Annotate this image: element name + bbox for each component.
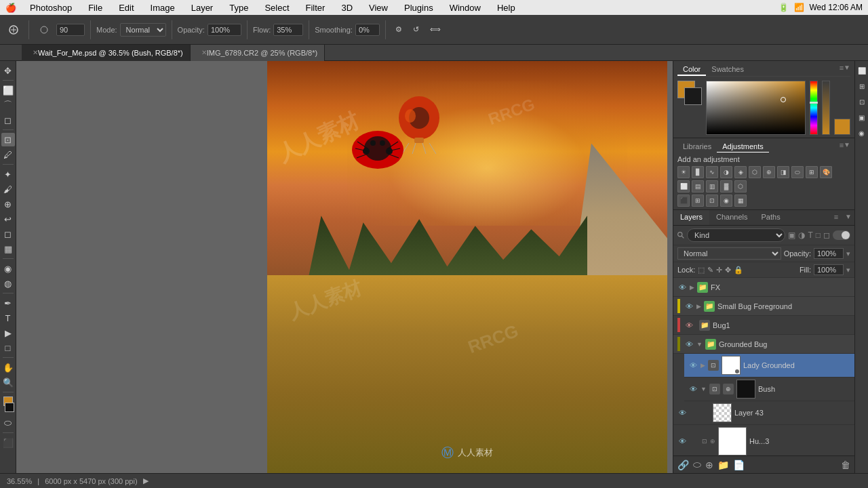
flow-input[interactable]: 35% — [273, 24, 303, 36]
clone-tool[interactable]: ⊕ — [1, 197, 15, 211]
tab-close-img[interactable]: ✕ — [201, 49, 207, 56]
filter-shape-icon[interactable]: □ — [816, 230, 821, 240]
background-color[interactable] — [5, 403, 14, 412]
channel-mixer-icon[interactable]: ⊞ — [806, 166, 818, 178]
menu-plugins[interactable]: Plugins — [401, 3, 436, 13]
menu-edit[interactable]: Edit — [116, 3, 136, 13]
opacity-input[interactable]: 100% — [208, 24, 241, 36]
brush-preset[interactable] — [35, 23, 54, 37]
layer-expand-bush[interactable]: ▼ — [701, 386, 707, 392]
object-select-tool[interactable]: ◻ — [1, 113, 15, 127]
current-color-box[interactable] — [834, 119, 850, 135]
menu-help[interactable]: Help — [494, 3, 518, 13]
black-white-icon[interactable]: ◨ — [777, 166, 789, 178]
delete-layer-button[interactable]: 🗑 — [841, 460, 850, 470]
zoom-tool[interactable]: 🔍 — [1, 375, 15, 389]
smoothing-input[interactable]: 0% — [355, 24, 380, 36]
pen-tool[interactable]: ✒ — [1, 296, 15, 310]
selective-color-icon[interactable]: ⬡ — [734, 180, 747, 192]
menu-filter[interactable]: Filter — [303, 3, 328, 13]
layer-expand-sbf[interactable]: ▶ — [696, 303, 701, 310]
lock-artboard-icon[interactable]: ✛ — [716, 266, 722, 274]
alpha-bar[interactable] — [822, 81, 830, 135]
eraser-tool[interactable]: ◻ — [1, 227, 15, 241]
add-group-button[interactable]: 🔗 — [677, 460, 689, 470]
crop-tool[interactable]: ⊡ — [1, 133, 15, 146]
fill-input[interactable] — [814, 264, 844, 275]
filter-smart-icon[interactable]: ◻ — [823, 230, 830, 240]
layer-small-bug-fg[interactable]: 👁 ▶ 📁 Small Bug Foreground — [673, 297, 854, 316]
gradient-map-icon[interactable]: ▓ — [720, 180, 732, 192]
posterize-icon[interactable]: ▤ — [692, 180, 704, 192]
marquee-tool[interactable]: ⬜ — [1, 83, 15, 97]
add-adjustment-button[interactable]: ⊕ — [705, 460, 713, 470]
brightness-contrast-icon[interactable]: ☀ — [677, 166, 690, 178]
filter-pixel-icon[interactable]: ▣ — [788, 230, 795, 240]
color-gradient-picker[interactable] — [706, 81, 806, 135]
menu-window[interactable]: Window — [447, 3, 484, 13]
layer-filter-select[interactable]: Kind Name Effect — [687, 228, 785, 242]
lasso-tool[interactable]: ⌒ — [1, 98, 15, 112]
layer-eye-fx[interactable]: 👁 — [677, 283, 687, 292]
layer-expand-gb[interactable]: ▼ — [696, 341, 703, 348]
menu-type[interactable]: Type — [226, 3, 251, 13]
curves-icon[interactable]: ∿ — [706, 166, 718, 178]
brush-settings-icon[interactable]: ⚙ — [391, 24, 406, 35]
layer-filter-toggle[interactable] — [833, 230, 850, 240]
quick-mask-tool[interactable]: ⬭ — [1, 416, 15, 430]
levels-icon[interactable]: ▊ — [692, 166, 704, 178]
swatches-tab[interactable]: Swatches — [706, 64, 749, 76]
path-select-tool[interactable]: ▶ — [1, 326, 15, 340]
layer-expand-lg[interactable]: ▶ — [701, 362, 705, 369]
canvas-image[interactable]: 人人素材 人人素材 RRCG RRCG Ⓜ 人人素材 — [267, 61, 667, 473]
layer-expand-fx[interactable]: ▶ — [690, 284, 694, 291]
mode-select[interactable]: Normal Multiply Screen — [120, 23, 166, 37]
menu-photoshop[interactable]: Photoshop — [27, 3, 75, 13]
menu-view[interactable]: View — [366, 3, 391, 13]
hue-sat-icon[interactable]: ⬡ — [749, 166, 761, 178]
brush-tool[interactable]: 🖌 — [1, 182, 15, 196]
opacity-dropdown-icon[interactable]: ▾ — [846, 249, 850, 258]
add-mask-button[interactable]: ⬭ — [693, 459, 701, 470]
right-icon-4[interactable]: ▣ — [855, 110, 869, 124]
menu-file[interactable]: File — [85, 3, 105, 13]
color-balance-icon[interactable]: ⊕ — [763, 166, 775, 178]
vibrance-icon[interactable]: ◈ — [734, 166, 747, 178]
symmetry-icon[interactable]: ⟺ — [426, 24, 445, 35]
tab-img6789[interactable]: ✕ IMG_6789.CR2 @ 25% (RGB/8*) — [191, 45, 325, 61]
layer-eye-gb[interactable]: 👁 — [684, 340, 694, 349]
lock-paint-icon[interactable]: ✎ — [707, 266, 713, 274]
layer-bug1[interactable]: 👁 📁 Bug1 — [673, 316, 854, 335]
invert-icon[interactable]: ⬜ — [677, 180, 690, 192]
layer-fx[interactable]: 👁 ▶ 📁 FX — [673, 278, 854, 297]
healing-tool[interactable]: ✦ — [1, 167, 15, 181]
right-icon-2[interactable]: ⊞ — [855, 79, 869, 93]
color-tab[interactable]: Color — [677, 64, 706, 76]
filter-adj-icon[interactable]: ◑ — [798, 230, 805, 240]
shape-tool[interactable]: □ — [1, 341, 15, 354]
right-icon-5[interactable]: ◉ — [855, 126, 869, 140]
menu-3d[interactable]: 3D — [338, 3, 355, 13]
layers-tab-paths[interactable]: Paths — [755, 210, 787, 225]
right-icon-1[interactable]: ⬜ — [855, 64, 869, 77]
apple-menu[interactable]: 🍎 — [5, 3, 16, 13]
layer-lady-grounded[interactable]: 👁 ▶ ⊡ Lady Grounded — [684, 354, 854, 378]
adj-icon-4[interactable]: ◉ — [720, 195, 732, 207]
menu-select[interactable]: Select — [262, 3, 292, 13]
layers-panel-collapse[interactable]: ▼ — [842, 210, 854, 225]
tool-icon[interactable] — [4, 23, 23, 37]
hue-bar[interactable] — [810, 81, 818, 135]
lock-move-icon[interactable]: ✥ — [725, 266, 731, 274]
tab-close-wait[interactable]: ✕ — [33, 49, 38, 56]
menu-layer[interactable]: Layer — [189, 3, 216, 13]
brush-size-input[interactable]: 90 — [56, 24, 85, 36]
fill-dropdown-icon[interactable]: ▾ — [846, 266, 850, 274]
layer-grounded-bug[interactable]: 👁 ▼ 📁 Grounded Bug — [673, 335, 854, 354]
adj-icon-3[interactable]: ⊡ — [706, 195, 718, 207]
layers-tab-layers[interactable]: Layers — [673, 210, 709, 225]
background-swatch[interactable] — [684, 87, 702, 105]
new-layer-button[interactable]: 📄 — [733, 460, 745, 470]
adj-icon-5[interactable]: ▦ — [734, 195, 747, 207]
layer-eye-lg[interactable]: 👁 — [688, 361, 698, 370]
threshold-icon[interactable]: ▥ — [706, 180, 718, 192]
